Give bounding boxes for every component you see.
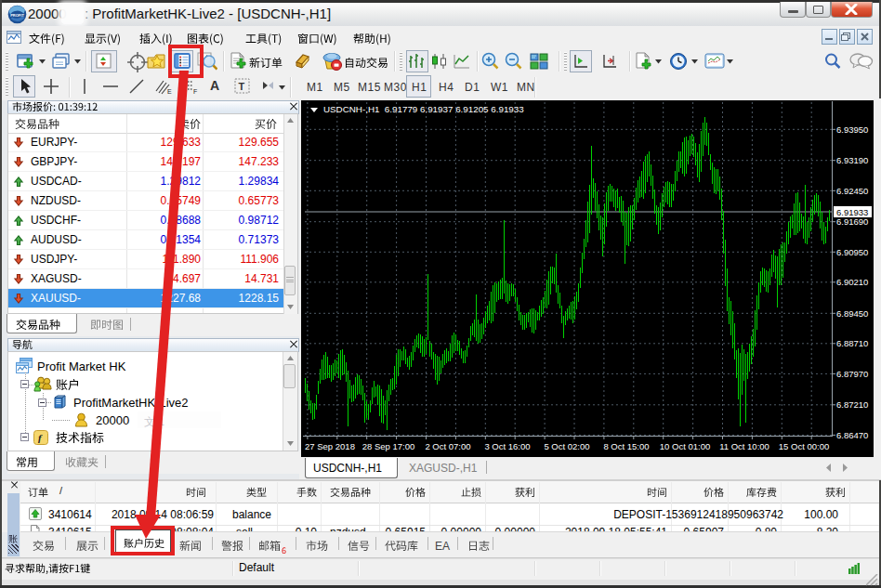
svg-text:PROFIT: PROFIT	[10, 13, 24, 18]
svg-text:T: T	[239, 81, 245, 92]
